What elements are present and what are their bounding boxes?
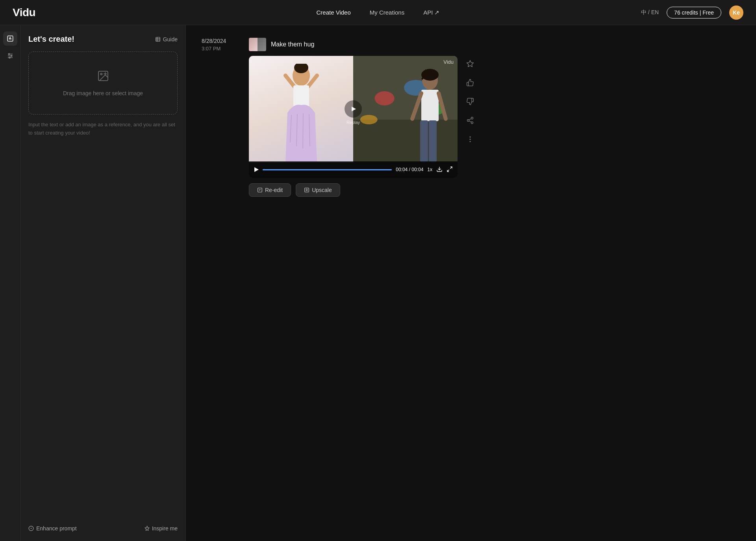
- play-triangle-icon: [352, 107, 356, 111]
- video-time: 3:07 PM: [202, 46, 241, 52]
- panel-bottom-actions: Enhance prompt Inspire me: [28, 525, 178, 532]
- logo: Vidu: [13, 6, 35, 19]
- download-button[interactable]: [436, 166, 443, 174]
- current-time: 00:04: [396, 167, 408, 172]
- sidebar-sliders-icon[interactable]: [3, 49, 17, 63]
- speed-button[interactable]: 1x: [427, 167, 432, 172]
- play-icon: [254, 167, 259, 172]
- svg-rect-41: [421, 90, 439, 121]
- thumbs-down-button[interactable]: [464, 95, 476, 108]
- guide-label: Guide: [163, 36, 178, 42]
- guide-button[interactable]: Guide: [155, 36, 178, 42]
- svg-point-8: [11, 55, 12, 57]
- video-title: Make them hug: [271, 41, 314, 48]
- svg-point-57: [470, 141, 471, 142]
- video-controls: 00:04 / 00:04 1x: [249, 161, 458, 178]
- progress-bar[interactable]: [263, 169, 392, 170]
- more-options-button[interactable]: [464, 133, 476, 146]
- time-display: 00:04 / 00:04: [396, 167, 423, 172]
- main-layout: Let's create! Guide: [0, 25, 756, 541]
- svg-marker-49: [467, 61, 474, 67]
- video-screen: Vidu Replay: [249, 56, 458, 162]
- video-title-row: Make them hug: [249, 38, 556, 51]
- image-upload-icon: [97, 70, 109, 85]
- upscale-button[interactable]: Upscale: [296, 183, 340, 197]
- sidebar-icons: [0, 25, 20, 541]
- video-content: Make them hug: [249, 38, 556, 197]
- video-card: 8/28/2024 3:07 PM Make them hug: [202, 38, 556, 197]
- svg-line-47: [450, 167, 452, 169]
- share-button[interactable]: [464, 114, 476, 127]
- favorite-button[interactable]: [464, 57, 476, 70]
- progress-fill: [263, 169, 392, 170]
- svg-line-28: [303, 113, 303, 148]
- drop-zone-text: Drag image here or select image: [63, 90, 143, 96]
- svg-rect-10: [156, 37, 160, 41]
- svg-point-15: [100, 73, 102, 75]
- right-content: 8/28/2024 3:07 PM Make them hug: [186, 25, 756, 541]
- header-right: 中 / EN 76 credits | Free Ke: [641, 6, 743, 20]
- svg-point-35: [360, 115, 378, 124]
- thumbs-up-button[interactable]: [464, 76, 476, 89]
- nav-create-video[interactable]: Create Video: [316, 9, 350, 16]
- left-panel: Let's create! Guide: [20, 25, 186, 541]
- svg-rect-45: [429, 120, 437, 162]
- inspire-me-label: Inspire me: [152, 525, 178, 532]
- play-button-overlay[interactable]: Replay: [345, 100, 362, 118]
- svg-line-54: [469, 118, 471, 120]
- svg-point-19: [31, 528, 31, 528]
- svg-point-9: [9, 57, 10, 58]
- re-edit-label: Re-edit: [265, 187, 283, 193]
- svg-point-55: [470, 137, 471, 137]
- sidebar-upload-icon[interactable]: [3, 31, 17, 46]
- video-player[interactable]: Vidu Replay: [249, 56, 458, 178]
- svg-line-53: [469, 121, 471, 122]
- svg-point-7: [8, 54, 9, 55]
- fullscreen-button[interactable]: [447, 166, 453, 174]
- video-date: 8/28/2024: [202, 38, 241, 44]
- hint-text: Input the text or add an image as a refe…: [28, 121, 178, 137]
- svg-line-43: [439, 93, 446, 119]
- svg-point-51: [467, 120, 469, 122]
- enhance-prompt-button[interactable]: Enhance prompt: [28, 525, 77, 532]
- upscale-label: Upscale: [312, 187, 332, 193]
- video-thumbnail-small: [249, 38, 266, 51]
- action-row: Re-edit Upscale: [249, 183, 556, 197]
- replay-label: Replay: [346, 120, 360, 125]
- lang-switcher[interactable]: 中 / EN: [641, 9, 659, 16]
- enhance-prompt-label: Enhance prompt: [36, 525, 77, 532]
- credits-badge[interactable]: 76 credits | Free: [667, 7, 721, 18]
- panel-title: Let's create!: [28, 35, 74, 44]
- main-nav: Create Video My Creations API ↗: [316, 9, 439, 16]
- panel-header: Let's create! Guide: [28, 35, 178, 44]
- video-watermark: Vidu: [443, 59, 454, 65]
- side-actions: [464, 56, 476, 178]
- svg-line-42: [412, 93, 421, 119]
- video-meta: 8/28/2024 3:07 PM: [202, 38, 241, 197]
- header: Vidu Create Video My Creations API ↗ 中 /…: [0, 0, 756, 25]
- svg-point-32: [375, 91, 395, 105]
- svg-line-48: [447, 170, 449, 172]
- re-edit-button[interactable]: Re-edit: [249, 183, 291, 197]
- video-left-half: [249, 56, 353, 162]
- svg-point-52: [471, 122, 473, 124]
- svg-point-56: [470, 139, 471, 140]
- nav-api[interactable]: API ↗: [423, 9, 439, 16]
- video-right-half: [353, 56, 458, 162]
- image-drop-zone[interactable]: Drag image here or select image: [28, 52, 178, 114]
- video-row: Vidu Replay: [249, 56, 556, 178]
- play-pause-button[interactable]: [254, 167, 259, 172]
- avatar[interactable]: Ke: [729, 6, 743, 20]
- inspire-me-button[interactable]: Inspire me: [144, 525, 178, 532]
- svg-point-50: [471, 117, 473, 119]
- svg-marker-20: [145, 526, 149, 530]
- total-time: 00:04: [411, 167, 423, 172]
- svg-rect-44: [420, 120, 428, 162]
- nav-my-creations[interactable]: My Creations: [370, 9, 404, 16]
